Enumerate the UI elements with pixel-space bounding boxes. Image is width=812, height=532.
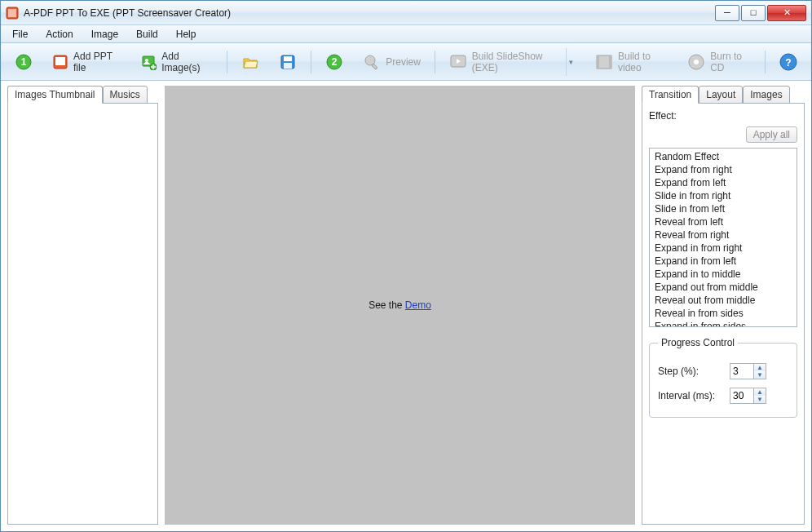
close-button[interactable]: ✕ <box>767 5 806 21</box>
build-slideshow-button[interactable]: Build SlideShow (EXE) ▾ <box>442 48 583 76</box>
step2-icon: 2 <box>325 53 343 71</box>
progress-control-legend: Progress Control <box>658 337 738 348</box>
effect-item[interactable]: Expand out from middle <box>651 281 795 294</box>
preview-button[interactable]: Preview <box>355 48 428 76</box>
build-video-button[interactable]: Build to video <box>588 48 675 76</box>
menubar: File Action Image Build Help <box>1 25 811 43</box>
maximize-button[interactable]: □ <box>741 5 766 21</box>
add-images-icon <box>140 53 157 71</box>
add-ppt-button[interactable]: Add PPT file <box>45 48 128 76</box>
build-video-label: Build to video <box>618 51 668 73</box>
toolbar: 1 Add PPT file Add Image(s) <box>1 43 811 81</box>
step-input[interactable] <box>730 364 753 379</box>
effect-item[interactable]: Slide in from right <box>651 189 795 202</box>
client-area: Images Thumbnail Musics See the Demo Tra… <box>1 81 811 531</box>
menu-file[interactable]: File <box>4 27 36 42</box>
menu-help[interactable]: Help <box>168 27 205 42</box>
svg-rect-19 <box>609 55 611 69</box>
tab-images[interactable]: Images <box>743 86 789 104</box>
app-icon <box>6 7 19 20</box>
effect-item[interactable]: Reveal from left <box>651 215 795 228</box>
separator <box>311 51 311 73</box>
effect-item[interactable]: Reveal out from middle <box>651 294 795 307</box>
ppt-icon <box>52 53 68 71</box>
step2-button[interactable]: 2 <box>318 48 351 76</box>
step-down-button[interactable]: ▼ <box>754 371 766 379</box>
tab-musics[interactable]: Musics <box>103 86 148 104</box>
interval-label: Interval (ms): <box>658 390 723 401</box>
effect-item[interactable]: Expand in from sides <box>651 320 795 327</box>
svg-rect-10 <box>284 56 292 61</box>
slideshow-icon <box>449 53 467 71</box>
thumbnail-list[interactable] <box>7 103 158 525</box>
right-pane: Transition Layout Images Effect: Apply a… <box>642 86 805 525</box>
menu-image[interactable]: Image <box>83 27 126 42</box>
preview-label: Preview <box>386 56 421 68</box>
demo-link[interactable]: Demo <box>405 299 431 311</box>
svg-text:?: ? <box>785 57 791 69</box>
svg-text:2: 2 <box>332 56 338 68</box>
preview-canvas: See the Demo <box>165 86 635 525</box>
magnifier-icon <box>363 53 381 71</box>
open-folder-button[interactable] <box>234 48 267 76</box>
step1-button[interactable]: 1 <box>7 48 40 76</box>
add-images-button[interactable]: Add Image(s) <box>133 48 220 76</box>
cd-icon <box>687 53 705 71</box>
separator <box>227 51 227 73</box>
chevron-down-icon[interactable]: ▾ <box>566 48 576 76</box>
film-icon <box>595 53 613 71</box>
folder-open-icon <box>241 53 259 71</box>
step-up-button[interactable]: ▲ <box>754 364 766 371</box>
add-ppt-label: Add PPT file <box>73 51 121 73</box>
interval-input[interactable] <box>730 388 753 403</box>
window-title: A-PDF PPT To EXE (PPT Screensaver Creato… <box>24 7 231 19</box>
separator <box>765 51 766 73</box>
effect-item[interactable]: Reveal in from sides <box>651 307 795 320</box>
help-button[interactable]: ? <box>772 48 805 76</box>
save-button[interactable] <box>271 48 304 76</box>
interval-up-button[interactable]: ▲ <box>754 388 766 396</box>
burn-cd-label: Burn to CD <box>710 51 751 73</box>
left-pane: Images Thumbnail Musics <box>7 86 158 525</box>
apply-all-button[interactable]: Apply all <box>746 126 797 143</box>
svg-rect-15 <box>372 64 377 69</box>
effect-item[interactable]: Random Effect <box>651 150 795 163</box>
effect-item[interactable]: Expand from left <box>651 176 795 189</box>
svg-rect-11 <box>284 63 292 69</box>
tab-layout[interactable]: Layout <box>699 86 743 104</box>
effect-item[interactable]: Expand in from left <box>651 255 795 268</box>
svg-rect-5 <box>55 57 65 65</box>
tab-images-thumbnail[interactable]: Images Thumbnail <box>7 86 103 104</box>
svg-text:1: 1 <box>21 56 27 68</box>
add-images-label: Add Image(s) <box>161 51 213 73</box>
separator <box>435 51 435 73</box>
tab-transition[interactable]: Transition <box>642 86 699 104</box>
step1-icon: 1 <box>15 53 33 71</box>
minimize-button[interactable]: ─ <box>715 5 739 21</box>
effect-item[interactable]: Reveal from right <box>651 228 795 242</box>
svg-rect-1 <box>8 9 16 17</box>
help-icon: ? <box>779 53 797 71</box>
effect-item[interactable]: Expand from right <box>651 163 795 176</box>
interval-down-button[interactable]: ▼ <box>754 396 766 403</box>
effect-label: Effect: <box>649 110 797 122</box>
demo-prompt: See the Demo <box>368 299 431 311</box>
effect-listbox[interactable]: Random EffectExpand from rightExpand fro… <box>649 148 797 327</box>
progress-control-group: Progress Control Step (%): ▲ ▼ Interval <box>649 337 797 418</box>
menu-action[interactable]: Action <box>38 27 81 42</box>
titlebar: A-PDF PPT To EXE (PPT Screensaver Creato… <box>1 1 811 25</box>
effect-item[interactable]: Expand in from right <box>651 242 795 255</box>
effect-item[interactable]: Slide in from left <box>651 202 795 215</box>
save-icon <box>279 53 297 71</box>
build-slideshow-label: Build SlideShow (EXE) <box>472 51 558 73</box>
menu-build[interactable]: Build <box>128 27 166 42</box>
step-label: Step (%): <box>658 366 723 377</box>
svg-point-21 <box>694 60 699 64</box>
svg-rect-18 <box>597 55 599 69</box>
effect-item[interactable]: Expand in to middle <box>651 268 795 281</box>
burn-cd-button[interactable]: Burn to CD <box>680 48 758 76</box>
